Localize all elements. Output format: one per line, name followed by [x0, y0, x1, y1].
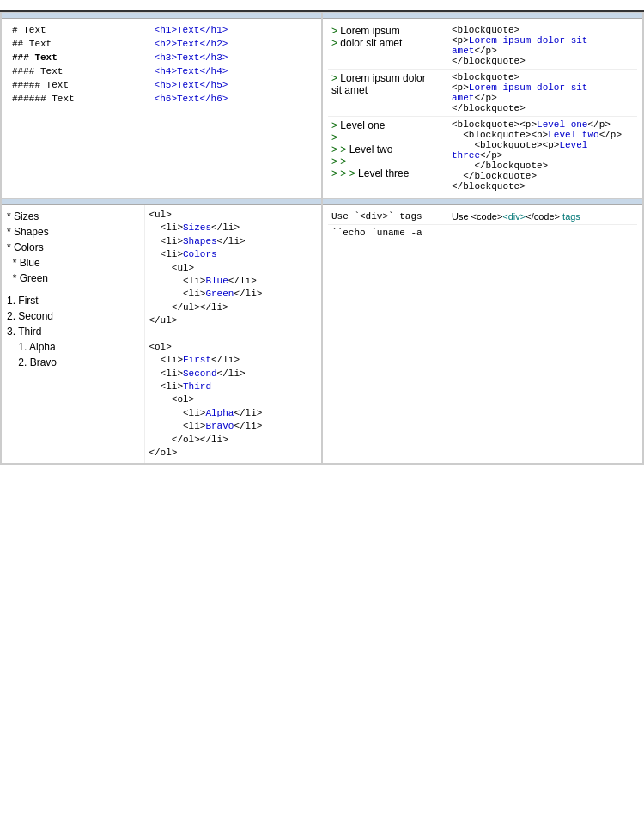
header-tag: <h3>Text</h3>: [151, 52, 314, 64]
lists-rendered: * Sizes * Shapes * Colors * Blue * Green…: [2, 205, 145, 463]
right-column-top: Use `<div>` tags Use <code><div></code> …: [322, 198, 643, 464]
blockquote-row-2: > Lorem ipsum dolor sit amet <blockquote…: [328, 70, 637, 117]
bq-syntax-3: > Level one > > > Level two > > > > > Le…: [328, 119, 452, 180]
ordered-list: 1. First 2. Second 3. Third 1. Alpha 2. …: [7, 293, 139, 370]
header-syntax: ## Text: [9, 38, 149, 50]
page-header: [0, 0, 644, 12]
blockquotes-body: > Lorem ipsum > dolor sit amet <blockquo…: [323, 19, 642, 198]
bq-tag-1: <blockquote> <p>Lorem ipsum dolor sit am…: [452, 25, 637, 66]
lists-body: * Sizes * Shapes * Colors * Blue * Green…: [2, 205, 321, 463]
blockquotes-title: [323, 13, 642, 19]
header-syntax: ###### Text: [9, 93, 149, 105]
inline-code-row-2: ``echo `uname -a: [328, 225, 637, 240]
header-syntax: ### Text: [9, 52, 149, 64]
inline-code-body: Use `<div>` tags Use <code><div></code> …: [323, 205, 642, 244]
inline-syntax-1: Use `<div>` tags: [328, 211, 452, 222]
header-syntax: #### Text: [9, 65, 149, 77]
table-row: ###### Text <h6>Text</h6>: [9, 93, 314, 105]
bq-syntax-2: > Lorem ipsum dolor sit amet: [328, 72, 452, 96]
header-tag: <h2>Text</h2>: [151, 38, 314, 50]
bq-syntax-1: > Lorem ipsum > dolor sit amet: [328, 25, 452, 49]
lists-code: <ul> <li>Sizes</li> <li>Shapes</li> <li>…: [145, 205, 321, 463]
inline-code-title: [323, 199, 642, 205]
table-row: # Text <h1>Text</h1>: [9, 24, 314, 36]
header-syntax: ##### Text: [9, 79, 149, 91]
table-row: ### Text <h3>Text</h3>: [9, 52, 314, 64]
bq-tag-3: <blockquote><p>Level one</p> <blockquote…: [452, 119, 637, 192]
lists-section: * Sizes * Shapes * Colors * Blue * Green…: [1, 198, 322, 464]
headers-section: # Text <h1>Text</h1> ## Text <h2>Text</h…: [1, 12, 322, 198]
header-tag: <h5>Text</h5>: [151, 79, 314, 91]
table-row: #### Text <h4>Text</h4>: [9, 65, 314, 77]
unordered-list: * Sizes * Shapes * Colors * Blue * Green: [7, 209, 139, 286]
blockquotes-section: > Lorem ipsum > dolor sit amet <blockquo…: [322, 12, 643, 198]
table-row: ## Text <h2>Text</h2>: [9, 38, 314, 50]
header-syntax: # Text: [9, 24, 149, 36]
headers-body: # Text <h1>Text</h1> ## Text <h2>Text</h…: [2, 19, 321, 110]
blockquote-row-3: > Level one > > > Level two > > > > > Le…: [328, 117, 637, 194]
header-tag: <h6>Text</h6>: [151, 93, 314, 105]
blockquote-row-1: > Lorem ipsum > dolor sit amet <blockquo…: [328, 22, 637, 70]
headers-title: [2, 13, 321, 19]
header-tag: <h1>Text</h1>: [151, 24, 314, 36]
bq-tag-2: <blockquote> <p>Lorem ipsum dolor sit am…: [452, 72, 637, 113]
header-tag: <h4>Text</h4>: [151, 65, 314, 77]
table-row: ##### Text <h5>Text</h5>: [9, 79, 314, 91]
headers-table: # Text <h1>Text</h1> ## Text <h2>Text</h…: [7, 22, 316, 107]
lists-title: [2, 199, 321, 205]
inline-code-section: Use `<div>` tags Use <code><div></code> …: [323, 199, 642, 244]
main-content: # Text <h1>Text</h1> ## Text <h2>Text</h…: [0, 12, 644, 465]
inline-code-row-1: Use `<div>` tags Use <code><div></code> …: [328, 209, 637, 225]
inline-tag-1: Use <code><div></code> tags: [452, 211, 637, 222]
inline-syntax-2: ``echo `uname -a: [328, 228, 452, 238]
